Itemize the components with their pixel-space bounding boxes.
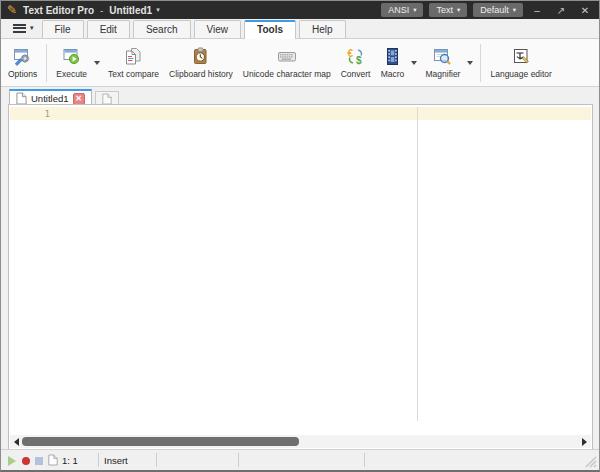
tab-file[interactable]: File bbox=[42, 20, 84, 38]
scheme-label: Default bbox=[480, 5, 509, 15]
titlebar-right-group: ANSI ▾ Text ▾ Default ▾ – ↗ ✕ bbox=[375, 3, 595, 17]
convert-button[interactable]: € $ Convert bbox=[336, 45, 376, 81]
triangle-right-icon bbox=[582, 438, 587, 446]
insert-mode-indicator[interactable]: Insert bbox=[104, 455, 128, 466]
restore-button[interactable]: ↗ bbox=[551, 5, 571, 16]
active-line-highlight bbox=[10, 107, 591, 120]
execute-dropdown-icon[interactable] bbox=[92, 44, 101, 82]
macro-play-icon[interactable] bbox=[8, 456, 16, 466]
tab-search[interactable]: Search bbox=[133, 20, 191, 38]
clipboard-history-icon bbox=[191, 47, 210, 67]
line-number: 1 bbox=[32, 109, 50, 119]
language-editor-icon bbox=[512, 47, 531, 67]
toolbar-separator bbox=[46, 44, 47, 82]
app-pencil-icon: ✎ bbox=[7, 4, 17, 16]
document-tab-bar: Untitled1 ✕ bbox=[1, 87, 599, 105]
statusbar-separator bbox=[238, 453, 239, 467]
resize-grip[interactable] bbox=[584, 455, 597, 468]
unicode-character-map-label: Unicode character map bbox=[243, 69, 331, 79]
close-tab-icon[interactable]: ✕ bbox=[73, 93, 85, 105]
new-document-icon bbox=[102, 93, 112, 105]
macro-dropdown-icon[interactable] bbox=[409, 44, 418, 82]
chevron-down-icon: ▾ bbox=[413, 6, 416, 14]
chevron-down-icon: ▾ bbox=[457, 6, 460, 14]
tab-tools[interactable]: Tools bbox=[244, 20, 296, 39]
execute-icon bbox=[62, 47, 81, 67]
text-compare-label: Text compare bbox=[108, 69, 159, 79]
options-label: Options bbox=[8, 69, 37, 79]
macro-stop-icon[interactable] bbox=[35, 457, 43, 465]
statusbar-separator bbox=[156, 453, 157, 467]
caret-position-value: 1: 1 bbox=[62, 455, 78, 466]
tab-edit[interactable]: Edit bbox=[87, 20, 130, 38]
macro-button[interactable]: Macro bbox=[375, 45, 409, 81]
encoding-button[interactable]: ANSI ▾ bbox=[381, 3, 423, 17]
hamburger-icon bbox=[13, 22, 26, 34]
tools-ribbon: Options Execute bbox=[1, 39, 599, 87]
toolbar-separator bbox=[480, 44, 481, 82]
svg-text:€: € bbox=[348, 48, 354, 59]
macro-record-icon[interactable] bbox=[22, 457, 30, 465]
text-compare-button[interactable]: Text compare bbox=[103, 45, 164, 81]
encoding-label: ANSI bbox=[388, 5, 409, 15]
minimize-button[interactable]: – bbox=[527, 5, 547, 16]
close-button[interactable]: ✕ bbox=[575, 5, 595, 16]
scheme-button[interactable]: Default ▾ bbox=[473, 3, 523, 17]
document-tab-label: Untitled1 bbox=[31, 93, 69, 104]
execute-label: Execute bbox=[56, 69, 87, 79]
statusbar-separator bbox=[364, 453, 365, 467]
clipboard-history-label: Clipboard history bbox=[169, 69, 233, 79]
svg-text:$: $ bbox=[356, 55, 362, 66]
menu-bar: ▾ File Edit Search View Tools Help bbox=[1, 19, 599, 39]
unicode-character-map-icon bbox=[277, 47, 297, 67]
title-bar: ✎ Text Editor Pro - Untitled1 ▾ ANSI ▾ T… bbox=[1, 1, 599, 19]
chevron-down-icon: ▾ bbox=[513, 6, 516, 14]
unicode-character-map-button[interactable]: Unicode character map bbox=[238, 45, 336, 81]
main-menu-button[interactable]: ▾ bbox=[9, 22, 42, 38]
editor-text-area[interactable]: 1 bbox=[10, 106, 591, 435]
scroll-right-button[interactable] bbox=[578, 435, 591, 448]
new-document-tab-button[interactable] bbox=[95, 91, 119, 105]
options-icon bbox=[13, 47, 32, 67]
macro-label: Macro bbox=[381, 69, 405, 79]
language-editor-label: Language editor bbox=[490, 69, 551, 79]
clipboard-history-button[interactable]: Clipboard history bbox=[164, 45, 238, 81]
statusbar-separator bbox=[98, 453, 99, 467]
magnifier-button[interactable]: Magnifier bbox=[420, 45, 465, 81]
filetype-button[interactable]: Text ▾ bbox=[429, 3, 467, 17]
horizontal-scrollbar[interactable] bbox=[10, 435, 591, 448]
title-document-name[interactable]: Untitled1 bbox=[109, 5, 152, 16]
right-margin-ruler bbox=[417, 107, 418, 421]
title-separator: - bbox=[100, 5, 103, 16]
editor-panel: 1 bbox=[8, 104, 593, 450]
filetype-label: Text bbox=[436, 5, 453, 15]
convert-icon: € $ bbox=[346, 47, 365, 67]
tab-view[interactable]: View bbox=[194, 20, 242, 38]
triangle-left-icon bbox=[14, 438, 19, 446]
tab-help[interactable]: Help bbox=[299, 20, 346, 38]
caret-position-doc-icon bbox=[48, 454, 58, 466]
app-title: Text Editor Pro bbox=[23, 5, 94, 16]
language-editor-button[interactable]: Language editor bbox=[485, 45, 556, 81]
convert-label: Convert bbox=[341, 69, 371, 79]
chevron-down-icon: ▾ bbox=[30, 24, 34, 32]
document-dropdown-icon[interactable]: ▾ bbox=[156, 6, 160, 14]
options-button[interactable]: Options bbox=[3, 45, 42, 81]
macro-icon bbox=[383, 47, 402, 67]
execute-button[interactable]: Execute bbox=[51, 45, 92, 81]
scrollbar-thumb[interactable] bbox=[22, 437, 299, 446]
magnifier-dropdown-icon[interactable] bbox=[465, 44, 474, 82]
magnifier-label: Magnifier bbox=[425, 69, 460, 79]
app-window: ✎ Text Editor Pro - Untitled1 ▾ ANSI ▾ T… bbox=[0, 0, 600, 472]
text-compare-icon bbox=[124, 47, 143, 67]
magnifier-icon bbox=[433, 47, 452, 67]
status-bar: 1: 1 Insert bbox=[1, 449, 599, 470]
